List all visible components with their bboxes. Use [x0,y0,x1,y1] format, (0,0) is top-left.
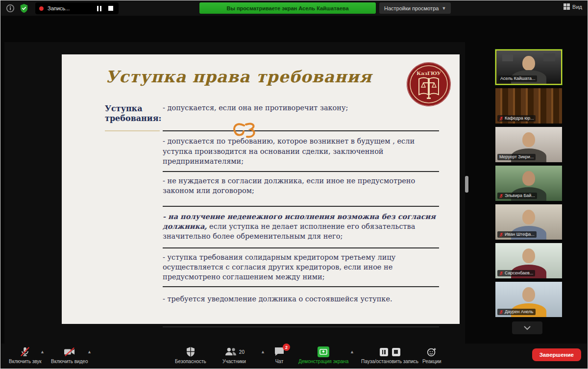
slide-bullet: - допускается, если она не противоречит … [163,101,439,130]
reactions-label: Реакции [422,359,441,364]
participant-video-tile[interactable]: Меруерт Зикри... [495,127,562,162]
slide-bullet: - на получение неденежного исполнения во… [163,206,439,247]
start-video-button[interactable]: Включить видео [51,346,88,364]
end-meeting-button[interactable]: Завершение [532,348,581,361]
university-logo: КазГЮУ [406,61,452,107]
security-button[interactable]: Безопасность [175,346,206,364]
pause-recording-icon[interactable] [380,348,388,356]
view-button[interactable]: Вид [564,3,582,10]
slide-bullet: - допускается по требованию, которое воз… [163,130,439,171]
security-shield-icon [186,346,196,358]
unmute-label: Включить звук [9,359,42,364]
participant-video-tile[interactable]: Сарсенбаев... [495,243,562,278]
participant-video-tile[interactable]: Иван Штефа... [495,204,562,240]
encryption-shield-icon[interactable] [19,3,29,14]
unmute-button[interactable]: Включить звук [9,346,42,364]
bullet-text: - допускается, если она не противоречит … [163,104,348,112]
chat-button[interactable]: 2 Чат [273,346,285,364]
bullet-text: - требуется уведомление должника о состо… [163,295,392,303]
participant-video-tile[interactable]: Асель Кайшата... [495,49,562,85]
slide-title: Уступка права требования [91,67,386,86]
share-options-chevron[interactable]: ▲ [350,349,354,354]
meeting-toolbar: Включить звук ▲ Включить видео ▲ Безопас… [1,344,587,368]
participant-face [522,132,535,147]
participants-filmstrip: Асель Кайшата...Кафедра юр...Меруерт Зик… [495,49,562,320]
pause-stop-recording-label: Пауза/остановить запись [361,359,418,364]
participant-face [522,248,535,263]
participant-name-bar: Эльвира Бай... [497,193,537,199]
share-screen-button[interactable]: Демонстрация экрана [298,346,348,364]
participant-face [522,56,535,71]
security-label: Безопасность [175,359,206,364]
participant-face [522,210,535,224]
chat-unread-badge: 2 [283,344,290,351]
view-settings-label: Настройки просмотра [384,5,439,11]
participant-name: Меруерт Зикри... [499,154,534,160]
view-label: Вид [572,4,582,10]
participant-name: Сарсенбаев... [505,270,533,276]
participants-button[interactable]: 20 Участники [222,346,246,364]
mic-muted-icon [499,116,503,121]
ornament-flourish-icon [231,122,257,143]
viewing-screen-banner: Вы просматриваете экран Асель Кайшатаева [199,2,376,14]
pause-recording-icon[interactable] [95,4,103,12]
mic-muted-icon [499,271,503,276]
participant-face [522,171,535,186]
slide-bullet: - уступка требования солидарным кредитор… [163,247,439,286]
mic-muted-icon [499,194,503,198]
participant-video-tile[interactable]: Кафедра юр... [495,88,562,123]
participant-name: Даурен Анель [505,309,534,315]
reactions-button[interactable]: Реакции [422,346,441,364]
participants-icon: 20 [224,346,245,358]
participant-name: Кафедра юр... [505,115,534,122]
reactions-smiley-icon [426,346,437,358]
slide-content: Уступка требования: - допускается, если … [105,101,439,327]
mic-muted-icon [20,346,30,358]
participant-name: Иван Штефа... [505,231,535,238]
participant-name: Эльвира Бай... [505,193,535,199]
mic-muted-icon [499,310,503,315]
participant-name-bar: Асель Кайшата... [498,75,537,82]
participants-count: 20 [239,349,245,355]
chat-bubble-icon: 2 [273,346,285,358]
start-video-label: Включить видео [51,359,88,364]
bullet-text: - допускается по требованию, которое воз… [163,137,415,165]
scrollbar-thumb[interactable] [465,176,468,193]
svg-text:КазГЮУ: КазГЮУ [416,71,441,76]
recording-indicator: Запись... [35,2,119,14]
slide-bullet: - не нуждается в согласии должника, если… [163,171,439,206]
recording-dot-icon [39,6,44,11]
meeting-info-icon[interactable] [5,3,16,14]
filmstrip-scroll-down-button[interactable] [512,321,542,334]
participant-name-bar: Сарсенбаев... [497,270,535,276]
pause-stop-recording-button[interactable]: Пауза/остановить запись [361,346,418,364]
bullet-text: - не нуждается в согласии должника, если… [163,177,415,195]
stop-recording-icon[interactable] [392,348,400,356]
chat-label: Чат [275,359,284,364]
participant-video-tile[interactable]: Эльвира Бай... [495,166,562,201]
video-options-chevron[interactable]: ▲ [87,349,92,354]
view-settings-button[interactable]: Настройки просмотра ▼ [379,2,451,14]
stop-recording-icon[interactable] [107,4,115,12]
participant-name-bar: Меруерт Зикри... [497,154,536,160]
participant-face [522,287,535,302]
presentation-slide: Уступка права требования КазГЮУ Уступка … [62,54,460,324]
mic-muted-icon [499,232,503,237]
bullet-text: - уступка требования солидарным кредитор… [163,253,395,281]
participants-label: Участники [222,359,246,364]
share-screen-label: Демонстрация экрана [298,359,348,364]
top-bar: Запись... Вы просматриваете экран Асель … [1,1,587,16]
slide-bullet: - требуется уведомление должника о состо… [163,286,439,326]
share-screen-icon [318,346,329,357]
participant-name: Асель Кайшата... [500,75,535,82]
shared-screen-area: Уступка права требования КазГЮУ Уступка … [4,42,465,345]
grid-view-icon [564,3,570,10]
participant-name-bar: Кафедра юр... [497,115,536,122]
zoom-meeting-window: Запись... Вы просматриваете экран Асель … [0,0,588,369]
chevron-down-icon: ▼ [441,6,446,11]
participant-video-tile[interactable]: Даурен Анель [495,282,562,317]
recording-label: Запись... [48,5,91,11]
audio-options-chevron[interactable]: ▲ [40,349,45,354]
participants-options-chevron[interactable]: ▲ [261,349,265,354]
participant-name-bar: Иван Штефа... [497,231,537,238]
